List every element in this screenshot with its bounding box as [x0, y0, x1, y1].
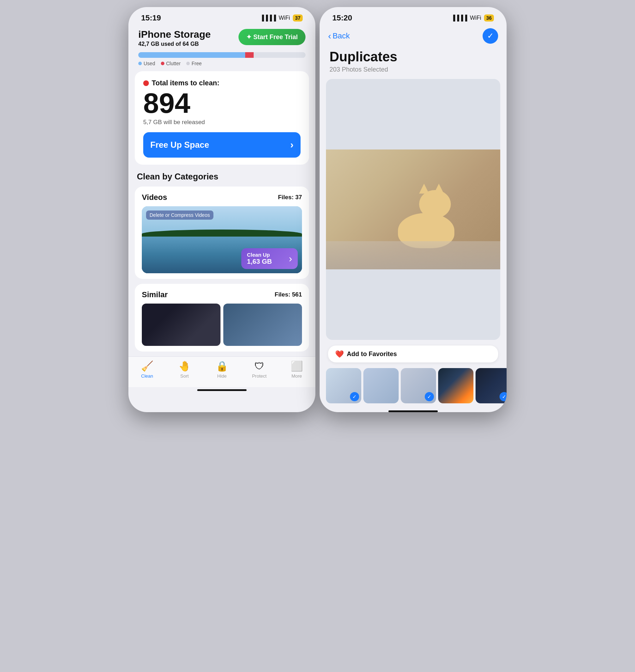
thumb-item-2[interactable] — [363, 368, 399, 403]
thumb-item-3[interactable]: ✓ — [401, 368, 436, 403]
cat-scene — [326, 149, 500, 269]
clean-sub: 5,7 GB will be released — [143, 119, 301, 126]
trial-button[interactable]: ✦ Start Free Trial — [238, 29, 306, 45]
back-label: Back — [333, 31, 350, 41]
video-thumbnail[interactable]: Delete or Compress Videos Clean Up 1,63 … — [142, 206, 302, 273]
storage-bar-track — [138, 52, 306, 58]
tab-protect-label: Protect — [252, 373, 266, 379]
storage-used-label: 42,7 GB used of 64 GB — [138, 41, 211, 47]
videos-files-label: Files: — [278, 194, 295, 201]
videos-name: Videos — [142, 193, 167, 202]
thumb-check-5: ✓ — [500, 392, 507, 401]
bar-used — [138, 52, 245, 58]
storage-used-bold: 42,7 GB — [138, 41, 159, 47]
similar-thumbs — [142, 304, 302, 346]
more-icon: ⬜ — [291, 360, 303, 372]
clean-card: Total items to clean: 894 5,7 GB will be… — [135, 71, 309, 165]
cat-image-main — [326, 149, 500, 269]
select-check-button[interactable]: ✓ — [483, 28, 498, 44]
fabric-scene — [326, 241, 500, 269]
chevron-right-icon-2 — [289, 253, 292, 264]
add-favorites-label: Add to Favorites — [347, 350, 397, 358]
status-icons-1: ▐▐▐▐ WiFi 37 — [260, 14, 303, 22]
phone2-nav: ‹ Back ✓ — [320, 25, 507, 49]
legend-free-label: Free — [192, 61, 202, 66]
cleanup-label: Clean Up — [247, 252, 272, 258]
similar-files: Files: 561 — [275, 291, 302, 298]
thumb-item-1[interactable]: ✓ — [326, 368, 361, 403]
legend-free: Free — [186, 61, 202, 66]
videos-card: Videos Files: 37 Delete or Compress Vide… — [135, 187, 309, 279]
free-up-label: Free Up Space — [150, 140, 209, 150]
tab-sort[interactable]: 🤚 Sort — [166, 360, 203, 379]
similar-files-count: 561 — [292, 291, 302, 298]
legend-clutter-label: Clutter — [166, 61, 181, 66]
add-favorites-button[interactable]: ❤️ Add to Favorites — [328, 346, 498, 362]
dot-clutter — [161, 62, 164, 65]
signal-icon-2: ▐▐▐▐ — [451, 15, 467, 21]
clean-icon: 🧹 — [141, 360, 153, 372]
status-icons-2: ▐▐▐▐ WiFi 36 — [451, 14, 494, 22]
thumb-item-4[interactable] — [438, 368, 473, 403]
legend-clutter: Clutter — [161, 61, 181, 66]
videos-card-header: Videos Files: 37 — [142, 193, 302, 202]
status-bar-1: 15:19 ▐▐▐▐ WiFi 37 — [128, 7, 315, 25]
tab-sort-label: Sort — [180, 373, 189, 379]
storage-bar-section: Used Clutter Free — [128, 52, 315, 71]
back-button[interactable]: ‹ Back — [328, 31, 350, 42]
dot-free — [186, 62, 190, 65]
free-up-button[interactable]: Free Up Space — [143, 132, 301, 158]
protect-icon: 🛡 — [254, 360, 264, 372]
tab-protect[interactable]: 🛡 Protect — [241, 360, 278, 379]
image-bottom-placeholder — [326, 269, 500, 340]
clean-card-header: Total items to clean: — [143, 79, 301, 87]
cleanup-button[interactable]: Clean Up 1,63 GB — [241, 248, 298, 269]
thumb-check-3: ✓ — [425, 392, 434, 401]
heart-icon: ❤️ — [335, 350, 344, 358]
image-top-placeholder — [326, 79, 500, 149]
tab-more-label: More — [291, 373, 302, 379]
status-bar-2: 15:20 ▐▐▐▐ WiFi 36 — [320, 7, 507, 25]
battery-badge-2: 36 — [484, 14, 494, 22]
phone-2: 15:20 ▐▐▐▐ WiFi 36 ‹ Back ✓ Duplicates 2… — [320, 7, 507, 412]
bar-legend: Used Clutter Free — [138, 61, 306, 66]
wifi-icon-2: WiFi — [470, 15, 481, 21]
time-2: 15:20 — [332, 13, 352, 23]
photos-selected-label: 203 Photos Selected — [320, 66, 507, 79]
home-indicator-2 — [388, 410, 438, 412]
cleanup-size: 1,63 GB — [247, 258, 272, 265]
similar-files-label: Files: — [275, 291, 292, 298]
videos-files: Files: 37 — [278, 194, 302, 201]
video-overlay-label: Delete or Compress Videos — [146, 210, 213, 220]
tab-bar: 🧹 Clean 🤚 Sort 🔒 Hide 🛡 Protect ⬜ — [128, 356, 315, 387]
tab-clean[interactable]: 🧹 Clean — [128, 360, 166, 379]
app-title: iPhone Storage — [138, 29, 211, 40]
similar-thumb-1 — [142, 304, 220, 346]
bar-clutter — [245, 52, 254, 58]
thumb-item-5[interactable]: ✓ — [476, 368, 507, 403]
duplicates-title: Duplicates — [320, 49, 507, 66]
signal-icon: ▐▐▐▐ — [260, 15, 276, 21]
red-dot — [143, 80, 149, 86]
app-header: iPhone Storage 42,7 GB used of 64 GB ✦ S… — [128, 25, 315, 52]
bar-free — [254, 52, 306, 58]
tab-hide[interactable]: 🔒 Hide — [203, 360, 241, 379]
tab-clean-label: Clean — [141, 373, 153, 379]
battery-badge-1: 37 — [293, 14, 303, 22]
clean-label: Total items to clean: — [152, 79, 219, 87]
home-indicator-1 — [197, 389, 247, 391]
similar-name: Similar — [142, 290, 168, 299]
chevron-right-icon — [290, 139, 294, 151]
legend-used-label: Used — [144, 61, 155, 66]
storage-used-rest: used of 64 GB — [161, 41, 199, 47]
thumbnail-strip: ✓ ✓ ✓ — [320, 368, 507, 403]
sort-icon: 🤚 — [179, 360, 191, 372]
thumb-check-1: ✓ — [350, 392, 359, 401]
tab-more[interactable]: ⬜ More — [278, 360, 315, 379]
legend-used: Used — [138, 61, 155, 66]
back-chevron-icon: ‹ — [328, 31, 331, 42]
similar-card: Similar Files: 561 — [135, 284, 309, 352]
clean-count: 894 — [143, 89, 301, 117]
videos-files-count: 37 — [295, 194, 302, 201]
tab-hide-label: Hide — [217, 373, 227, 379]
